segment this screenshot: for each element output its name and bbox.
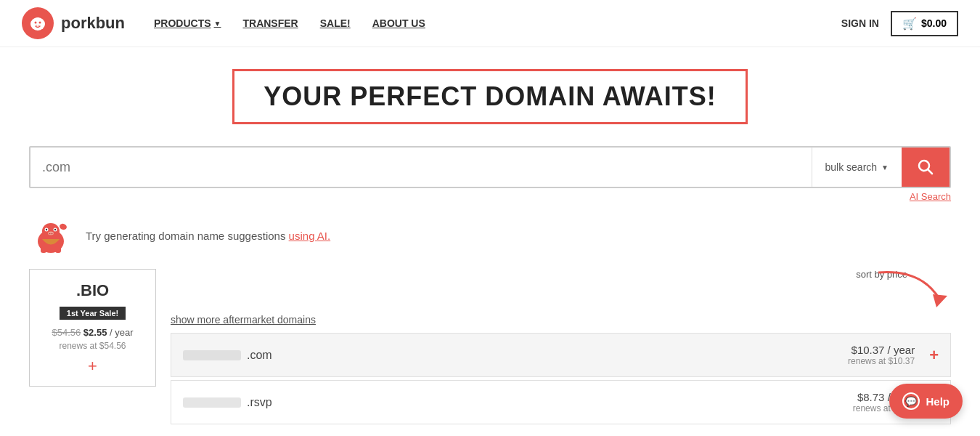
nav-products[interactable]: PRODUCTS ▼ bbox=[154, 17, 221, 29]
per-year: / year bbox=[110, 327, 134, 338]
logo[interactable]: porkbun bbox=[22, 7, 125, 39]
domain-row: .rsvp $8.73 / year renews at $8.73 + bbox=[171, 380, 951, 424]
svg-point-5 bbox=[36, 25, 38, 25]
sign-in-link[interactable]: SIGN IN bbox=[841, 17, 879, 29]
dropdown-arrow-icon: ▼ bbox=[214, 20, 221, 28]
bulk-search-label: bulk search bbox=[825, 161, 878, 173]
ai-text-link[interactable]: using AI. bbox=[289, 230, 331, 242]
domain-row: .com $10.37 / year renews at $10.37 + bbox=[171, 333, 951, 377]
sort-arrow-icon bbox=[864, 265, 951, 309]
domain-blur-1 bbox=[183, 350, 241, 360]
ai-text-prefix: Try generating domain name suggestions bbox=[86, 230, 289, 242]
domain-price-1: $10.37 / year renews at $10.37 bbox=[848, 344, 915, 366]
original-price: $54.56 bbox=[52, 327, 81, 338]
svg-rect-21 bbox=[55, 246, 61, 253]
search-bar: bulk search ▼ bbox=[29, 146, 951, 188]
ai-suggestion-section: Try generating domain name suggestions u… bbox=[0, 202, 980, 269]
domain-tld-1: .com bbox=[247, 349, 272, 362]
show-more-link[interactable]: show more aftermarket domains bbox=[171, 314, 316, 326]
svg-rect-20 bbox=[41, 246, 46, 253]
search-icon bbox=[918, 159, 934, 175]
svg-point-6 bbox=[38, 25, 40, 25]
svg-point-13 bbox=[46, 229, 47, 230]
hero-section: YOUR PERFECT DOMAIN AWAITS! bbox=[0, 47, 980, 139]
nav-links: PRODUCTS ▼ TRANSFER SALE! ABOUT US bbox=[154, 17, 841, 29]
bio-renews: renews at $54.56 bbox=[41, 341, 144, 351]
add-bio-button[interactable]: + bbox=[88, 358, 97, 374]
svg-point-22 bbox=[59, 223, 68, 231]
new-price: $2.55 bbox=[83, 327, 107, 338]
results-area: sort by price show more aftermarket doma… bbox=[171, 269, 951, 427]
svg-line-8 bbox=[928, 169, 932, 174]
sale-badge: 1st Year Sale! bbox=[60, 307, 126, 320]
renews-1: renews at $10.37 bbox=[848, 356, 915, 366]
domain-tld-2: .rsvp bbox=[247, 396, 272, 409]
bulk-search-caret-icon: ▼ bbox=[881, 164, 889, 171]
logo-text: porkbun bbox=[61, 14, 125, 33]
cart-amount: $0.00 bbox=[921, 17, 947, 29]
logo-icon bbox=[22, 7, 54, 39]
bio-card: .BIO 1st Year Sale! $54.56 $2.55 / year … bbox=[29, 269, 156, 387]
svg-point-14 bbox=[54, 229, 56, 230]
bio-tld: .BIO bbox=[41, 281, 144, 300]
sort-arrow-area: sort by price bbox=[171, 269, 951, 312]
help-label: Help bbox=[926, 395, 950, 408]
cart-icon: 🛒 bbox=[902, 17, 917, 31]
svg-point-17 bbox=[52, 233, 53, 235]
pig-mascot bbox=[29, 214, 73, 257]
bulk-search-button[interactable]: bulk search ▼ bbox=[812, 148, 902, 187]
svg-point-4 bbox=[36, 20, 39, 22]
domain-name-1: .com bbox=[183, 349, 848, 362]
domain-name-2: .rsvp bbox=[183, 396, 853, 409]
nav-about[interactable]: ABOUT US bbox=[372, 17, 425, 29]
help-chat-icon: 💬 bbox=[902, 392, 920, 410]
svg-point-15 bbox=[48, 232, 54, 235]
svg-point-1 bbox=[35, 22, 37, 24]
bio-prices: $54.56 $2.55 / year bbox=[41, 327, 144, 338]
nav-sale[interactable]: SALE! bbox=[320, 17, 351, 29]
help-button[interactable]: 💬 Help bbox=[889, 384, 963, 419]
nav-transfer[interactable]: TRANSFER bbox=[242, 17, 298, 29]
search-button[interactable] bbox=[902, 148, 950, 187]
search-input[interactable] bbox=[30, 150, 812, 185]
results-header: show more aftermarket domains bbox=[171, 314, 951, 326]
domain-blur-2 bbox=[183, 397, 241, 408]
ai-search-link[interactable]: AI Search bbox=[29, 188, 951, 202]
svg-marker-23 bbox=[933, 294, 947, 307]
cart-button[interactable]: 🛒 $0.00 bbox=[891, 11, 958, 36]
price-main-1: $10.37 / year bbox=[848, 344, 915, 356]
nav-right: SIGN IN 🛒 $0.00 bbox=[841, 11, 958, 36]
hero-title: YOUR PERFECT DOMAIN AWAITS! bbox=[232, 69, 748, 124]
svg-point-16 bbox=[49, 233, 51, 235]
sidebar: .BIO 1st Year Sale! $54.56 $2.55 / year … bbox=[29, 269, 156, 427]
navbar: porkbun PRODUCTS ▼ TRANSFER SALE! ABOUT … bbox=[0, 0, 980, 47]
search-section: bulk search ▼ AI Search bbox=[0, 139, 980, 202]
main-content: .BIO 1st Year Sale! $54.56 $2.55 / year … bbox=[0, 269, 980, 427]
ai-suggestion-text: Try generating domain name suggestions u… bbox=[86, 230, 330, 242]
svg-point-2 bbox=[39, 22, 41, 24]
add-domain-1-button[interactable]: + bbox=[929, 347, 939, 363]
